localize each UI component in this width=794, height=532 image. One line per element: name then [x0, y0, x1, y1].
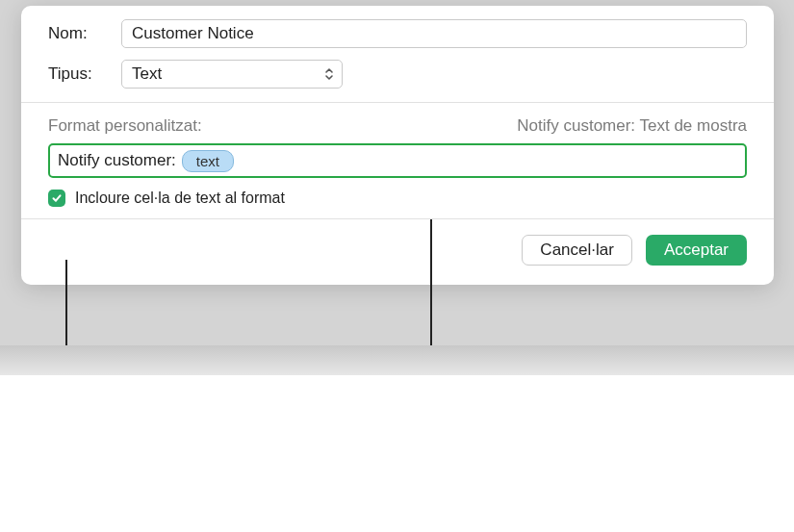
format-prefix: Notify customer: [58, 151, 176, 170]
chevron-updown-icon [320, 63, 338, 85]
format-section-label: Format personalitzat: [48, 116, 202, 136]
type-select[interactable]: Text [121, 60, 343, 89]
include-text-checkbox[interactable] [48, 190, 65, 207]
cancel-button[interactable]: Cancel·lar [522, 235, 632, 266]
type-value: Text [132, 64, 162, 84]
name-label: Nom: [48, 24, 121, 43]
format-sample: Notify customer: Text de mostra [517, 116, 747, 136]
name-input[interactable] [121, 19, 747, 48]
text-token[interactable]: text [182, 150, 234, 172]
include-text-label: Incloure cel·la de text al format [75, 190, 285, 207]
custom-format-dialog: Nom: Tipus: Text Format personalitzat: N… [21, 6, 774, 285]
type-label: Tipus: [48, 64, 121, 84]
format-input[interactable]: Notify customer: text [48, 143, 747, 178]
accept-button[interactable]: Acceptar [646, 235, 747, 266]
